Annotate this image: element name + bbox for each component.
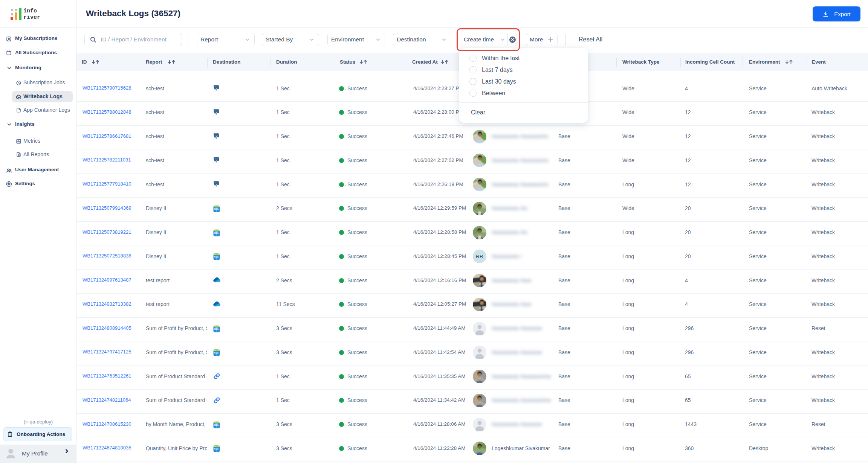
svg-text:SQL: SQL: [214, 352, 219, 354]
svg-text:SQL: SQL: [214, 424, 219, 426]
svg-text:SQL: SQL: [214, 208, 219, 210]
svg-text:SQL: SQL: [214, 232, 219, 234]
svg-text:SQL: SQL: [214, 448, 219, 450]
svg-text:SQL: SQL: [214, 328, 219, 330]
svg-text:SQL: SQL: [214, 256, 219, 258]
